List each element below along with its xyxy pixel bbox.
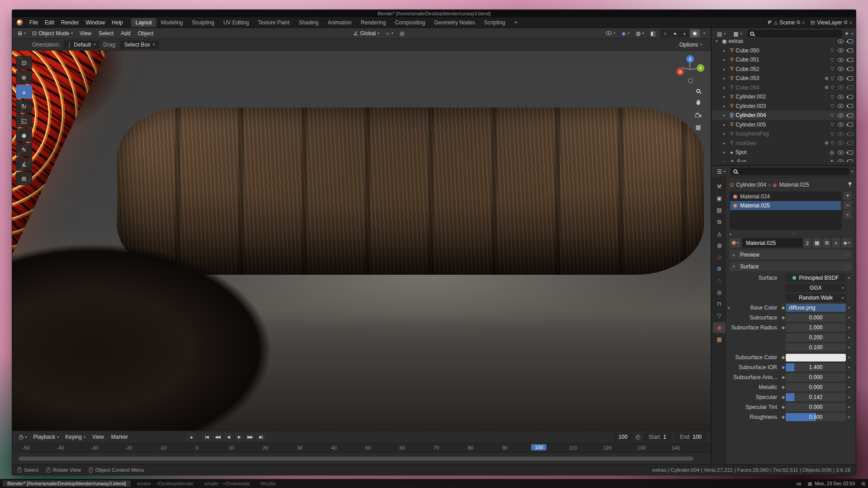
pin-icon[interactable] <box>848 182 852 188</box>
outliner-item-label[interactable]: Cube.050 <box>736 47 759 54</box>
tab-render[interactable]: ▣ <box>713 193 726 204</box>
disable-in-render-icon[interactable] <box>848 132 853 136</box>
editor-type-button[interactable]: ⊞▾ <box>15 30 28 37</box>
scene-browse-icon[interactable]: ◤ <box>768 19 772 25</box>
radius-x-field[interactable]: 1.000 <box>786 324 846 332</box>
tab-material[interactable]: ◉ <box>713 322 726 333</box>
preview-section-header[interactable]: ▸ Preview ∷ <box>730 250 852 259</box>
taskbar-item-terminal-1[interactable]: amalie : ~/Desktop/blender <box>132 480 198 487</box>
collapse-arrow-icon[interactable]: ▾ <box>716 39 720 43</box>
select-box-tool[interactable]: ⊡ <box>16 56 32 70</box>
tab-object[interactable]: □ <box>713 252 726 263</box>
3d-viewport[interactable]: ⊡ ⊕ ↔↕ ↻ ◱ ◉ ✎ ∡ ⊞ <box>12 51 711 431</box>
specular-slider[interactable]: 0.142 <box>786 393 846 401</box>
hide-in-viewport-icon[interactable] <box>838 39 844 43</box>
animate-decorator-icon[interactable]: ● <box>846 276 852 280</box>
unlink-material-button[interactable]: × <box>832 238 840 248</box>
subsurface-anisotropy-slider[interactable]: 0.000 <box>786 373 846 381</box>
workspace-tab-scripting[interactable]: Scripting <box>480 18 510 27</box>
disable-in-render-icon[interactable] <box>848 48 853 52</box>
mode-dropdown[interactable]: ⊡Object Mode▾ <box>29 30 75 37</box>
outliner-row[interactable]: ▸☀Sun☀ <box>712 157 856 162</box>
workspace-tab-modeling[interactable]: Modeling <box>156 18 188 27</box>
hide-in-viewport-icon[interactable] <box>838 150 844 155</box>
timeline-menu-keying[interactable]: Keying▾ <box>62 433 88 441</box>
move-tool[interactable]: ↔↕ <box>16 85 32 99</box>
hide-in-viewport-icon[interactable] <box>838 85 844 89</box>
taskbar-item-terminal-2[interactable]: amalie : ~/Downloads <box>200 480 255 487</box>
menu-edit[interactable]: Edit <box>42 19 57 27</box>
animate-decorator-icon[interactable]: ● <box>846 305 852 310</box>
outliner-item-label[interactable]: Cube.051 <box>736 56 759 63</box>
gizmo-x-axis[interactable]: X <box>676 68 684 75</box>
gizmo-negative-z-axis[interactable] <box>688 78 693 83</box>
tab-scene[interactable]: ◬ <box>713 228 726 239</box>
disable-in-render-icon[interactable] <box>848 95 853 99</box>
animate-decorator-icon[interactable]: ● <box>846 335 852 340</box>
timeline-scrollbar[interactable] <box>19 456 693 460</box>
tab-tool[interactable]: ⚒ <box>713 181 726 192</box>
rotate-tool[interactable]: ↻ <box>16 99 32 113</box>
hide-in-viewport-icon[interactable] <box>838 48 844 52</box>
menu-render[interactable]: Render <box>58 19 82 27</box>
auto-keying-toggle[interactable]: ● <box>186 433 196 441</box>
play-reverse-button[interactable]: ◀ <box>223 433 233 441</box>
outliner-row[interactable]: ▸∇Cube.053⚙▽ <box>712 74 856 83</box>
timeline-menu-playback[interactable]: Playback▾ <box>31 433 62 441</box>
tab-constraints[interactable]: ⊓ <box>713 299 726 310</box>
next-keyframe-button[interactable]: ▶▶ <box>245 433 255 441</box>
outliner-row[interactable]: ▸∇Cylinder.003▽ <box>712 102 856 111</box>
animate-decorator-icon[interactable]: ● <box>846 315 852 320</box>
overlays-dropdown[interactable]: ◍▾ <box>633 30 647 37</box>
radius-y-field[interactable]: 0.200 <box>786 333 846 342</box>
hide-in-viewport-icon[interactable] <box>838 95 844 99</box>
expand-arrow-icon[interactable]: ▸ <box>723 150 728 155</box>
hide-in-viewport-icon[interactable] <box>838 104 844 108</box>
disable-in-render-icon[interactable] <box>848 141 853 145</box>
workspace-tab-texture-paint[interactable]: Texture Paint <box>254 18 294 27</box>
xray-toggle[interactable]: ◧ <box>648 30 658 37</box>
outliner-item-label[interactable]: Cylinder.002 <box>736 94 766 100</box>
outliner-item-label[interactable]: rockGeo <box>736 140 756 146</box>
outliner-row[interactable]: ▸∇IcosphereFog▽ <box>712 129 856 139</box>
animate-decorator-icon[interactable]: ● <box>846 325 852 330</box>
workspace-switcher-icon[interactable]: ⊞ <box>861 481 865 486</box>
transform-orientation-dropdown[interactable]: ∠Global▾ <box>351 30 382 37</box>
expand-arrow-icon[interactable]: ▸ <box>723 131 728 136</box>
keyboard-layout-indicator[interactable]: us <box>796 481 801 486</box>
timeline-menu-view[interactable]: View <box>89 433 107 441</box>
current-frame-field[interactable]: 100 <box>613 433 633 441</box>
surface-section-header[interactable]: ▾ Surface ∷ <box>730 262 852 271</box>
outliner-item-label[interactable]: extras <box>728 38 743 44</box>
tab-output[interactable]: ▤ <box>713 205 726 216</box>
base-color-texture-field[interactable]: diffuse.png <box>786 304 846 312</box>
workspace-tab-rendering[interactable]: Rendering <box>356 18 390 27</box>
outliner-row[interactable]: ▸∇Cube.051▽ <box>712 55 856 65</box>
gizmo-y-axis[interactable]: Y <box>697 64 704 72</box>
taskbar-item-blender[interactable]: Blender* [/home/amalie/Desktop/blender/r… <box>3 480 131 487</box>
outliner-item-label[interactable]: Sun <box>737 159 746 162</box>
outliner-item-label[interactable]: Cube.053 <box>736 75 759 81</box>
scene-selector[interactable]: ◤ ◬ Scene ⧉ × <box>768 19 805 26</box>
viewport-menu-object[interactable]: Object <box>135 30 157 37</box>
hide-in-viewport-icon[interactable] <box>838 58 844 62</box>
shading-material-button[interactable]: ◐ <box>680 29 690 38</box>
outliner-item-label[interactable]: Cylinder.005 <box>736 122 766 128</box>
outliner-item-label[interactable]: IcosphereFog <box>736 131 769 137</box>
tab-physics[interactable]: ◎ <box>713 287 726 298</box>
measure-tool[interactable]: ∡ <box>16 157 32 171</box>
remove-slot-button[interactable]: − <box>844 201 852 209</box>
menu-help[interactable]: Help <box>108 19 126 27</box>
disable-in-render-icon[interactable] <box>848 160 853 162</box>
frame-end-field[interactable]: End100 <box>675 433 707 441</box>
disable-in-render-icon[interactable] <box>848 39 853 43</box>
taskbar-item-browser[interactable]: Mozilla <box>256 480 280 487</box>
timeline-menu-marker[interactable]: Marker <box>108 433 131 441</box>
clock-widget[interactable]: ▦Mon, 23 Dec 02:53 <box>808 481 855 486</box>
workspace-tab-layout[interactable]: Layout <box>131 18 156 27</box>
viewport-menu-select[interactable]: Select <box>95 30 117 37</box>
material-slot[interactable]: Material.024 <box>730 192 841 201</box>
tab-world[interactable]: ◍ <box>713 240 726 251</box>
material-slot-label[interactable]: Material.025 <box>740 202 770 209</box>
zoom-icon[interactable] <box>696 87 700 95</box>
